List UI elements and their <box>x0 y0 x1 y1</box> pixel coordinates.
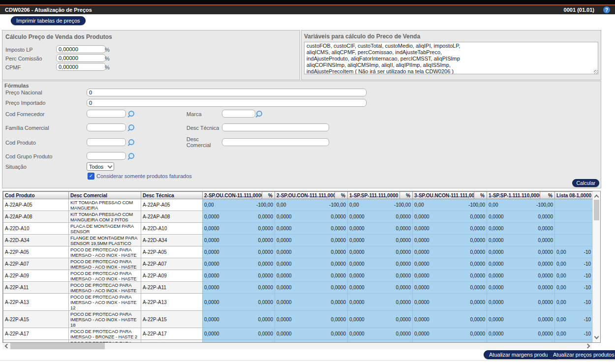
cell-cod-produto[interactable]: A-22D-A34 <box>3 235 69 246</box>
cell-price-group[interactable]: 0,00-100,00 <box>487 199 555 211</box>
cell-desc-tecnica[interactable]: A-22D-A10 <box>141 223 203 235</box>
cell-cod-produto[interactable]: A-22P-A09 <box>3 270 69 282</box>
cod-fornecedor-lookup-icon[interactable] <box>128 111 134 117</box>
cell-price-group[interactable]: 0,00000,0000 <box>203 258 275 270</box>
column-header-pricelist[interactable]: 3-SP.OU.NCON-111.111,0000 <box>413 192 474 199</box>
column-header-lista[interactable]: Lista 08-1,0000 <box>555 192 593 199</box>
grid-row[interactable]: A-22P-A11POCO DE PROTECAO PARA IMERSAO -… <box>3 282 593 294</box>
cell-price-group[interactable]: 0,00000,0000 <box>203 235 275 246</box>
cell-desc-comercial[interactable]: FLANGE DE MONTAGEM PARA SENSOR 19,5MM PL… <box>69 235 141 246</box>
resize-grip-icon[interactable] <box>594 70 598 74</box>
cell-lista[interactable]: 0,00-10 <box>555 328 593 340</box>
grid-row[interactable]: A-22P-A17POCO DE PROTECAO PARA IMERSAO -… <box>3 328 593 340</box>
cell-cod-produto[interactable]: A-22D-A10 <box>3 223 69 235</box>
cell-price-group[interactable]: 0,00000,0000 <box>413 294 487 311</box>
cell-desc-comercial[interactable]: POCO DE PROTECAO PARA IMERSAO - ACO INOX… <box>69 246 141 258</box>
cod-produto-input[interactable] <box>87 138 126 146</box>
cell-price-group[interactable]: 0,00000,0000 <box>413 258 487 270</box>
cell-price-group[interactable]: 0,00000,0000 <box>203 328 275 340</box>
cell-price-group[interactable]: 0,00000,0000 <box>413 211 487 223</box>
cell-price-group[interactable]: 0,00-100,00 <box>203 199 275 211</box>
cell-lista[interactable]: 0,00-10 <box>555 246 593 258</box>
cell-desc-comercial[interactable]: KIT TOMADA PRESSAO COM MANGUEIRA <box>69 199 141 211</box>
calcular-button[interactable]: Calcular <box>572 179 599 187</box>
imposto-lp-input[interactable] <box>56 45 106 53</box>
cell-price-group[interactable]: 0,00000,0000 <box>487 223 555 235</box>
cell-price-group[interactable]: 0,00000,0000 <box>487 211 555 223</box>
column-header-percent[interactable]: % <box>335 192 348 199</box>
cell-price-group[interactable]: 0,00000,0000 <box>203 211 275 223</box>
cell-price-group[interactable]: 0,00000,0000 <box>487 235 555 246</box>
familia-comercial-input[interactable] <box>87 123 126 131</box>
familia-comercial-lookup-icon[interactable] <box>128 124 134 130</box>
cell-desc-tecnica[interactable]: A-22P-A13 <box>141 294 203 311</box>
cell-price-group[interactable]: 0,00000,0000 <box>203 270 275 282</box>
cell-price-group[interactable]: 0,00000,0000 <box>487 258 555 270</box>
cell-price-group[interactable]: 0,00000,0000 <box>275 223 348 235</box>
variables-textarea[interactable]: custoFOB, custoCIF, custoTotal, custoMed… <box>304 42 598 74</box>
cell-desc-comercial[interactable]: POCO DE PROTECAO PARA IMERSAO - ACO INOX… <box>69 311 141 328</box>
cell-lista[interactable]: 0,00-10 <box>555 258 593 270</box>
cell-cod-produto[interactable]: A-22P-A15 <box>3 311 69 328</box>
cell-desc-tecnica[interactable]: A-22P-A11 <box>141 282 203 294</box>
desc-comercial-input[interactable] <box>222 138 329 146</box>
cell-desc-tecnica[interactable]: A-22AP-A08 <box>141 211 203 223</box>
desc-tecnica-input[interactable] <box>222 123 329 131</box>
cell-desc-tecnica[interactable]: A-22P-A05 <box>141 246 203 258</box>
grid-row[interactable]: A-22P-A05POCO DE PROTECAO PARA IMERSAO -… <box>3 246 593 258</box>
grid-row[interactable]: A-22D-A10PLACA DE MONTAGEM PARA SENSORA-… <box>3 223 593 235</box>
grid-row[interactable]: A-22P-A07POCO DE PROTECAO PARA IMERSAO -… <box>3 258 593 270</box>
cell-lista[interactable] <box>555 235 593 246</box>
cell-lista[interactable] <box>555 223 593 235</box>
cell-lista[interactable]: 0,00-10 <box>555 282 593 294</box>
grid-row[interactable]: A-22P-A09POCO DE PROTECAO PARA IMERSAO -… <box>3 270 593 282</box>
cell-price-group[interactable]: 0,00000,0000 <box>348 294 413 311</box>
vertical-scrollbar[interactable] <box>592 191 600 342</box>
vertical-scroll-thumb[interactable] <box>594 200 599 220</box>
column-header-percent[interactable]: % <box>540 192 555 199</box>
cell-price-group[interactable]: 0,00000,0000 <box>275 328 348 340</box>
column-header-percent[interactable]: % <box>474 192 487 199</box>
horizontal-scrollbar[interactable] <box>2 343 592 349</box>
cell-price-group[interactable]: 0,00000,0000 <box>348 211 413 223</box>
scroll-down-icon[interactable] <box>594 334 599 339</box>
cod-grupo-produto-lookup-icon[interactable] <box>128 153 134 159</box>
column-header[interactable]: Desc Técnica <box>141 192 203 199</box>
cell-price-group[interactable]: 0,00000,0000 <box>203 282 275 294</box>
cell-price-group[interactable]: 0,00000,0000 <box>487 328 555 340</box>
cell-cod-produto[interactable]: A-22AP-A05 <box>3 199 69 211</box>
scroll-up-icon[interactable] <box>594 195 599 200</box>
perc-comissao-input[interactable] <box>56 54 106 62</box>
cell-price-group[interactable]: 0,00000,0000 <box>203 223 275 235</box>
cell-desc-comercial[interactable]: POCO DE PROTECAO PARA IMERSAO - BRONZE -… <box>69 328 141 340</box>
cell-cod-produto[interactable]: A-22P-A11 <box>3 282 69 294</box>
cell-price-group[interactable]: 0,00000,0000 <box>348 282 413 294</box>
grid-row[interactable]: A-22AP-A08KIT TOMADA PRESSAO COM MANGUEI… <box>3 211 593 223</box>
cell-desc-tecnica[interactable]: A-22D-A34 <box>141 235 203 246</box>
cell-price-group[interactable]: 0,00000,0000 <box>413 223 487 235</box>
cell-price-group[interactable]: 0,00000,0000 <box>487 294 555 311</box>
cell-price-group[interactable]: 0,00000,0000 <box>348 270 413 282</box>
cell-price-group[interactable]: 0,00000,0000 <box>348 328 413 340</box>
help-icon[interactable]: ? <box>603 6 610 13</box>
cod-fornecedor-input[interactable] <box>87 110 126 118</box>
cell-desc-tecnica[interactable]: A-22P-A09 <box>141 270 203 282</box>
grid-row[interactable]: A-22AP-A05KIT TOMADA PRESSAO COM MANGUEI… <box>3 199 593 211</box>
marca-lookup-icon[interactable] <box>256 111 262 117</box>
cell-price-group[interactable]: 0,00-100,00 <box>275 199 348 211</box>
cod-grupo-produto-input[interactable] <box>87 152 126 160</box>
cell-price-group[interactable]: 0,00000,0000 <box>275 270 348 282</box>
cell-desc-comercial[interactable]: POCO DE PROTECAO PARA IMERSAO - ACO INOX… <box>69 282 141 294</box>
cell-price-group[interactable]: 0,00000,0000 <box>413 328 487 340</box>
cell-price-group[interactable]: 0,00000,0000 <box>348 235 413 246</box>
cell-lista[interactable] <box>555 199 593 211</box>
scroll-right-icon[interactable] <box>585 344 590 349</box>
column-header-pricelist[interactable]: 2-SP.OU.CON-11.111,0000 <box>203 192 262 199</box>
marca-input[interactable] <box>222 110 255 118</box>
print-price-tables-button[interactable]: Imprimir tabelas de preços <box>11 16 86 25</box>
column-header-pricelist[interactable]: 1-SP.SP-1.111.110,0000 <box>487 192 540 199</box>
scroll-left-icon[interactable] <box>5 344 10 349</box>
cell-price-group[interactable]: 0,00000,0000 <box>413 270 487 282</box>
grid-row[interactable]: A-22P-A13POCO DE PROTECAO PARA IMERSAO -… <box>3 294 593 311</box>
column-header[interactable]: Cod Produto <box>3 192 69 199</box>
